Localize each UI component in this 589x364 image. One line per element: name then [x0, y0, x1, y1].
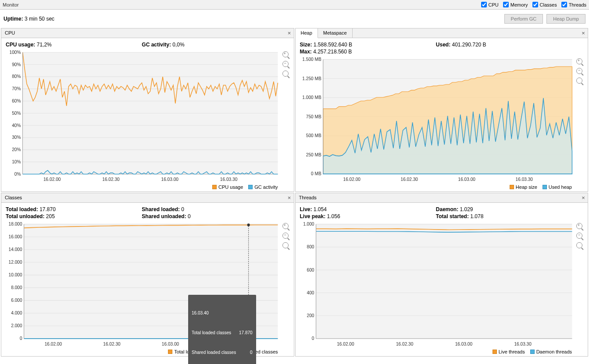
tab-heap[interactable]: Heap — [296, 28, 318, 38]
panel-threads-body: Live: 1.054 Live peak: 1.056 Daemon: 1.0… — [296, 203, 588, 356]
zoom-reset-icon[interactable] — [282, 242, 289, 248]
heap-stats: Size: 1.588.592.640 B Max: 4.257.218.560… — [298, 42, 585, 57]
zoom-in-icon[interactable] — [576, 58, 582, 64]
cpu-legend-label-gc: GC activity — [254, 184, 278, 190]
heap-dump-button[interactable]: Heap Dump — [546, 14, 585, 24]
svg-text:16.02.00: 16.02.00 — [337, 341, 354, 346]
classes-tooltip: 16.03.40 Total loaded classes17.870 Shar… — [188, 295, 256, 364]
svg-text:16.02.00: 16.02.00 — [343, 176, 361, 182]
tab-metaspace[interactable]: Metaspace — [318, 28, 353, 38]
panel-cpu: CPU × CPU usage: 71,2% GC activity: 0,0%… — [1, 28, 294, 192]
svg-text:16.02.00: 16.02.00 — [43, 176, 61, 181]
panel-threads: Threads × Live: 1.054 Live peak: 1.056 D… — [295, 193, 589, 357]
cpu-chart[interactable]: 0%10%20%30%40%50%60%70%80%90%100%16.02.0… — [4, 49, 280, 183]
toggle-cpu[interactable]: CPU — [481, 2, 499, 7]
panel-classes-close-icon[interactable]: × — [285, 193, 294, 202]
heap-legend-size: Heap size — [510, 184, 537, 190]
svg-text:400: 400 — [307, 290, 314, 295]
svg-text:16.03.00: 16.03.00 — [161, 176, 179, 181]
threads-chart[interactable]: 02004006008001.00016.02.0016.02.3016.03.… — [298, 221, 574, 347]
heap-max-label: Max: — [300, 49, 312, 55]
toggle-classes-checkbox[interactable] — [532, 2, 538, 7]
tooltip-row-label: Shared loaded classes — [192, 349, 236, 356]
svg-text:0%: 0% — [14, 171, 21, 176]
panel-threads-header: Threads × — [296, 193, 588, 203]
panel-cpu-close-icon[interactable]: × — [285, 28, 294, 38]
threads-live-peak-label: Live peak: — [300, 213, 326, 219]
heap-size-label: Size: — [300, 42, 312, 48]
panel-heap-close-icon[interactable]: × — [579, 28, 588, 38]
total-loaded-value: 17.870 — [39, 206, 56, 212]
heap-chart-wrap: 0 MB250 MB500 MB750 MB1.000 MB1.250 MB1.… — [298, 57, 585, 183]
tooltip-row-value: 17.870 — [239, 329, 253, 336]
svg-text:16.02.30: 16.02.30 — [102, 176, 120, 181]
heap-tabs: Heap Metaspace — [296, 28, 353, 38]
swatch-orange-icon — [212, 185, 217, 189]
tooltip-row-label: Total loaded classes — [192, 329, 231, 336]
threads-live-value: 1.054 — [314, 206, 327, 212]
toggle-classes[interactable]: Classes — [532, 2, 557, 7]
gc-activity-label: GC activity: — [142, 42, 171, 48]
toggle-classes-label: Classes — [540, 2, 557, 7]
svg-point-75 — [247, 223, 250, 226]
svg-text:16.03.30: 16.03.30 — [514, 341, 532, 346]
swatch-orange-icon — [493, 350, 497, 354]
zoom-out-icon[interactable] — [282, 61, 289, 67]
zoom-reset-icon[interactable] — [576, 78, 582, 84]
toggle-threads[interactable]: Threads — [561, 2, 586, 7]
svg-text:16.000: 16.000 — [9, 234, 22, 240]
svg-text:90%: 90% — [12, 61, 21, 67]
cpu-usage-label: CPU usage: — [6, 42, 35, 48]
zoom-reset-icon[interactable] — [282, 71, 289, 77]
total-unloaded-label: Total unloaded: — [6, 213, 44, 219]
cpu-legend-item-gc: GC activity — [248, 184, 278, 190]
svg-text:2.000: 2.000 — [11, 323, 22, 329]
panel-classes-title: Classes — [1, 193, 285, 202]
swatch-orange-icon — [510, 185, 514, 189]
heap-used-value: 401.290.720 B — [452, 42, 486, 48]
svg-text:100%: 100% — [10, 49, 21, 55]
heap-chart-holder: 0 MB250 MB500 MB750 MB1.000 MB1.250 MB1.… — [298, 57, 574, 183]
perform-gc-button[interactable]: Perform GC — [504, 14, 543, 24]
tooltip-time: 16.03.40 — [192, 310, 253, 316]
cpu-legend-item-usage: CPU usage — [212, 184, 243, 190]
toggle-threads-checkbox[interactable] — [561, 2, 567, 7]
zoom-out-icon[interactable] — [576, 68, 582, 74]
toggle-cpu-label: CPU — [489, 2, 499, 7]
toggle-memory[interactable]: Memory — [503, 2, 528, 7]
cpu-zoom-controls — [280, 49, 291, 183]
svg-text:14.000: 14.000 — [9, 247, 22, 252]
toggle-memory-checkbox[interactable] — [503, 2, 509, 7]
svg-text:16.03.30: 16.03.30 — [515, 176, 533, 182]
zoom-in-icon[interactable] — [282, 223, 289, 229]
svg-text:12.000: 12.000 — [9, 259, 22, 265]
cpu-legend: CPU usage GC activity — [4, 183, 291, 191]
svg-text:70%: 70% — [12, 86, 21, 91]
zoom-out-icon[interactable] — [576, 233, 582, 239]
panel-heap: Heap Metaspace × Size: 1.588.592.640 B M… — [295, 28, 589, 192]
zoom-in-icon[interactable] — [576, 223, 582, 229]
svg-text:16.03.00: 16.03.00 — [455, 341, 472, 346]
toggle-cpu-checkbox[interactable] — [481, 2, 487, 7]
panel-cpu-header: CPU × — [1, 28, 294, 38]
svg-text:750 MB: 750 MB — [306, 113, 321, 119]
shared-unloaded-label: Shared unloaded: — [142, 213, 186, 219]
shared-loaded-label: Shared loaded: — [142, 206, 180, 212]
panel-threads-close-icon[interactable]: × — [579, 193, 588, 202]
heap-chart[interactable]: 0 MB250 MB500 MB750 MB1.000 MB1.250 MB1.… — [298, 57, 574, 183]
svg-text:250 MB: 250 MB — [306, 152, 321, 157]
panel-threads-title: Threads — [296, 193, 579, 202]
zoom-out-icon[interactable] — [282, 233, 289, 239]
svg-text:0: 0 — [311, 336, 314, 341]
heap-legend-used-label: Used heap — [549, 184, 572, 190]
zoom-reset-icon[interactable] — [576, 242, 582, 248]
total-unloaded-value: 205 — [46, 213, 55, 219]
panel-classes: Classes × Total loaded: 17.870 Total unl… — [1, 193, 294, 357]
svg-text:500 MB: 500 MB — [306, 133, 321, 138]
swatch-blue-icon — [543, 185, 547, 189]
zoom-in-icon[interactable] — [282, 51, 289, 57]
threads-legend-live-label: Live threads — [499, 349, 525, 354]
toolbar-row: Uptime: 3 min 50 sec Perform GC Heap Dum… — [0, 10, 589, 28]
threads-daemon-value: 1.029 — [460, 206, 473, 212]
threads-chart-holder: 02004006008001.00016.02.0016.02.3016.03.… — [298, 221, 574, 347]
